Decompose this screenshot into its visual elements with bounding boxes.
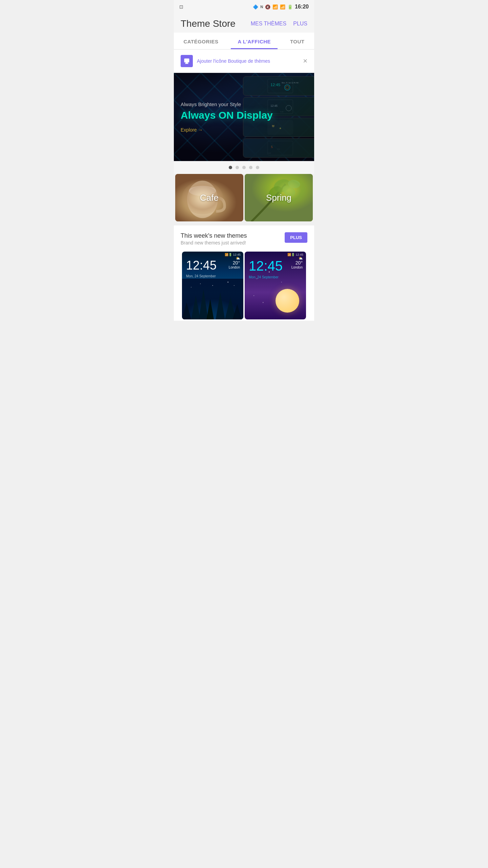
tab-affiche[interactable]: A L'AFFICHE (231, 33, 278, 49)
header-nav: MES THÈMES PLUS (251, 21, 307, 27)
dot-5[interactable] (256, 166, 259, 169)
wifi-icon: 📶 (272, 4, 278, 9)
svg-text:Mon, 31 Jan 12:45 AM: Mon, 31 Jan 12:45 AM (282, 82, 298, 83)
svg-point-41 (257, 278, 257, 279)
svg-point-6 (284, 84, 290, 90)
svg-point-36 (212, 285, 213, 286)
weather-icon-sun: ⛅ (236, 256, 240, 260)
dot-3[interactable] (242, 166, 246, 169)
nfc-icon: N (260, 5, 263, 9)
cafe-label: Cafe (175, 174, 243, 221)
preview-card-dark[interactable]: 📶🔋 12:45 12:45 Mon, 24 September ⛅ 20° L… (182, 252, 243, 319)
clock: 16:20 (295, 4, 309, 10)
svg-point-42 (269, 272, 270, 273)
svg-text:♥ ★: ♥ ★ (278, 148, 280, 150)
tab-tout[interactable]: TOUT (283, 33, 311, 49)
section-subtitle: Brand new themes just arrived! (181, 240, 247, 245)
screen-icon: ⊡ (179, 4, 183, 9)
dot-4[interactable] (249, 166, 252, 169)
section-title-group: This week's new themes Brand new themes … (181, 232, 247, 245)
plus-link[interactable]: PLUS (293, 21, 307, 27)
dot-2[interactable] (236, 166, 239, 169)
preview-status-dark: 📶🔋 12:45 (225, 253, 241, 256)
preview-time-dark: 12:45 Mon, 24 September (186, 258, 217, 279)
plus-button[interactable]: PLUS (285, 232, 307, 243)
svg-point-37 (200, 283, 201, 284)
status-bar: ⊡ 🔷 N 🔇 📶 📶 🔋 16:20 (174, 0, 314, 14)
new-themes-section: This week's new themes Brand new themes … (174, 225, 314, 321)
svg-point-38 (227, 282, 228, 283)
preview-temp-dark: 20° (229, 260, 240, 265)
svg-point-44 (253, 295, 254, 296)
svg-point-46 (250, 268, 251, 269)
stars-decoration (245, 252, 306, 319)
svg-point-39 (191, 287, 191, 288)
svg-rect-3 (268, 79, 293, 93)
dot-1[interactable] (229, 166, 232, 169)
mes-themes-link[interactable]: MES THÈMES (251, 21, 287, 27)
svg-text:💃: 💃 (270, 145, 273, 148)
tab-categories[interactable]: CATÉGORIES (177, 33, 225, 49)
theme-category-grid: Cafe Spring (174, 174, 314, 223)
bluetooth-icon: 🔷 (253, 4, 258, 9)
app-title: Theme Store (181, 18, 236, 29)
battery-icon: 🔋 (287, 4, 293, 9)
app-header: Theme Store MES THÈMES PLUS (174, 14, 314, 33)
svg-text:12:45: 12:45 (270, 83, 280, 87)
notice-content: Ajouter l'icône Boutique de thèmes (181, 55, 270, 67)
trees-silhouette (182, 279, 243, 319)
hero-subtitle: Always Brighten your Style (181, 101, 273, 107)
signal-icon: 📶 (280, 4, 285, 9)
svg-point-45 (263, 302, 264, 303)
preview-card-night[interactable]: 📶🔋 12:45 12:45 Mon, 24 September ⛅ 20° L… (245, 252, 306, 319)
spring-label: Spring (245, 174, 313, 221)
svg-rect-16 (268, 141, 293, 155)
hero-content: Always Brighten your Style Always ON Dis… (174, 101, 280, 133)
section-title: This week's new themes (181, 232, 247, 239)
mute-icon: 🔇 (265, 4, 270, 9)
status-left-icons: ⊡ (179, 4, 183, 9)
svg-text:2+12: 2+12 (268, 152, 271, 154)
hero-title: Always ON Display (181, 109, 273, 121)
preview-city-dark: London (229, 265, 240, 269)
phone-mockup-1: 12:45 Mon, 31 Jan 12:45 AM (243, 76, 314, 96)
preview-weather-dark: ⛅ 20° London (229, 256, 240, 269)
hero-explore-link[interactable]: Explore → (181, 127, 203, 133)
close-notice-button[interactable]: × (303, 57, 307, 65)
notice-bar: Ajouter l'icône Boutique de thèmes × (174, 50, 314, 73)
theme-card-cafe[interactable]: Cafe (175, 174, 243, 221)
svg-rect-0 (184, 59, 189, 63)
svg-rect-2 (185, 63, 188, 64)
hero-banner[interactable]: Always Brighten your Style Always ON Dis… (174, 73, 314, 161)
svg-point-10 (286, 105, 292, 111)
notice-text: Ajouter l'icône Boutique de thèmes (197, 58, 270, 64)
svg-point-7 (286, 86, 289, 89)
notice-icon (181, 55, 193, 67)
svg-text:2+12: 2+12 (280, 111, 284, 113)
svg-point-40 (234, 285, 235, 286)
theme-card-spring[interactable]: Spring (245, 174, 313, 221)
carousel-dots (174, 161, 314, 174)
preview-theme-grid: 📶🔋 12:45 12:45 Mon, 24 September ⛅ 20° L… (181, 248, 307, 321)
preview-date-dark: Mon, 24 September (186, 274, 216, 278)
section-header: This week's new themes Brand new themes … (181, 232, 307, 245)
svg-point-43 (281, 282, 282, 282)
phone-mockup-4: 💃 ♥ ★ 2+12 (243, 138, 314, 158)
tab-bar: CATÉGORIES A L'AFFICHE TOUT (174, 33, 314, 50)
status-right-icons: 🔷 N 🔇 📶 📶 🔋 16:20 (253, 4, 309, 10)
preview-big-time-dark: 12:45 (186, 258, 217, 273)
